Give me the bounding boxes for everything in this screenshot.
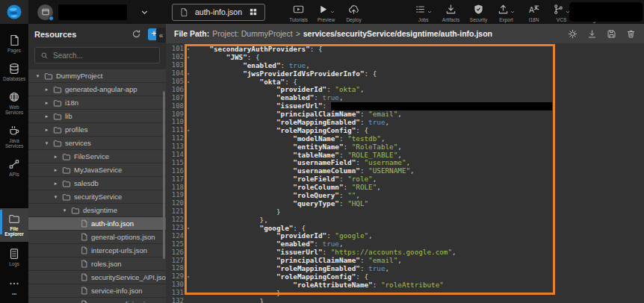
fold-toggle-icon[interactable]: ▾: [184, 274, 193, 279]
tree-expand-icon[interactable]: ▸: [43, 87, 50, 93]
chevron-down-icon: [510, 9, 515, 15]
code-line-123: 123▾ "google": {: [166, 224, 644, 232]
tree-expand-icon[interactable]: ▾: [43, 140, 50, 146]
grid-icon[interactable]: [249, 7, 258, 16]
download-button[interactable]: [587, 29, 597, 39]
tree-folder-lib[interactable]: ▸lib: [28, 110, 166, 123]
code-line-132: 132 }: [166, 297, 644, 303]
fold-toggle-icon[interactable]: ▾: [184, 46, 193, 51]
play-icon: [318, 4, 329, 15]
shield-icon: [473, 4, 484, 15]
line-number: 129: [166, 272, 184, 280]
fold-toggle-icon[interactable]: ▾: [184, 128, 193, 133]
search-input[interactable]: [53, 51, 154, 60]
main-area: PagesDatabasesWeb ServicesJava ServicesA…: [0, 24, 644, 303]
tree-expand-icon[interactable]: ▸: [43, 100, 50, 106]
tree-folder-designtime[interactable]: ▾designtime: [28, 204, 166, 217]
toolbar-button-tutorials[interactable]: Tutorials: [285, 1, 312, 22]
project-status-badge: [49, 16, 54, 21]
line-number: 101: [166, 45, 184, 52]
toolbar-button-security[interactable]: Security: [465, 1, 492, 22]
fold-toggle-icon[interactable]: ▾: [184, 79, 193, 84]
toolbar-icon-row: [553, 4, 571, 15]
sidebar-item-java-services[interactable]: Java Services: [0, 120, 28, 154]
tree-folder-icon: [44, 72, 53, 81]
tree-file-general-options.json[interactable]: general-options.json: [28, 231, 166, 244]
code-text: "enabled": true,: [193, 61, 310, 69]
code-line-108: 108 "issuerUrl":: [166, 101, 644, 110]
tree-folder-MyJavaService[interactable]: ▸MyJavaService: [28, 163, 166, 177]
code-text: "google": {: [193, 224, 306, 232]
tree-expand-icon[interactable]: ▾: [34, 73, 41, 79]
line-number: 120: [166, 199, 184, 207]
tree-expand-icon[interactable]: ▸: [52, 154, 59, 160]
sidebar-item-file-explorer[interactable]: File Explorer: [0, 208, 28, 242]
sidebar-item-more[interactable]: •••: [0, 273, 28, 302]
tree-expand-icon[interactable]: ▸: [52, 181, 59, 187]
sidebar-item-apis[interactable]: APIs: [0, 154, 28, 182]
code-text: "roleMappingConfig": {: [193, 126, 368, 134]
code-editor[interactable]: 101▾ "secondaryAuthProviders": {102▾ "JW…: [166, 43, 644, 303]
refresh-icon[interactable]: [131, 29, 141, 39]
tree-folder-salesdb[interactable]: ▸salesdb: [28, 177, 166, 190]
tree-expand-icon[interactable]: ▸: [43, 127, 50, 133]
sidebar-item-databases[interactable]: Databases: [0, 58, 28, 87]
line-number: 118: [166, 184, 184, 191]
tree-folder-FileService[interactable]: ▸FileService: [28, 150, 166, 163]
wavemaker-logo[interactable]: [0, 0, 28, 24]
tree-file-securityService_API.json[interactable]: securityService_API.json: [28, 271, 166, 284]
tree-file-intercept-urls.json[interactable]: intercept-urls.json: [28, 244, 166, 257]
collapse-panel-icon[interactable]: «: [156, 28, 166, 43]
tree-item-label: auth-info.json: [91, 219, 134, 228]
fold-toggle-icon[interactable]: ▾: [184, 54, 193, 60]
tree-folder-profiles[interactable]: ▸profiles: [28, 123, 166, 137]
tree-expand-icon[interactable]: ▸: [43, 113, 50, 119]
sidebar-item-pages[interactable]: Pages: [0, 30, 28, 58]
tree-folder-securityService[interactable]: ▾securityService: [28, 190, 166, 204]
code-text: "roleField": "role",: [193, 175, 377, 183]
tree-expand-icon[interactable]: ▸: [52, 167, 59, 173]
toolbar-button-deploy[interactable]: Deploy: [340, 1, 368, 22]
toolbar-button-label: I18N: [529, 17, 539, 22]
tree-folder-icon: [53, 125, 62, 134]
tree-folder-DummyProject[interactable]: ▾DummyProject: [28, 69, 166, 83]
tree-item-label: services: [65, 139, 91, 147]
sidebar-item-web-services[interactable]: Web Services: [0, 87, 28, 120]
chevron-down-icon[interactable]: [140, 7, 149, 17]
tree-folder-generated-angular-app[interactable]: ▸generated-angular-app: [28, 83, 166, 96]
tree-file-roles.json[interactable]: roles.json: [28, 257, 166, 271]
open-file-tab[interactable]: auth-info.json: [172, 4, 265, 21]
fold-toggle-icon[interactable]: ▾: [184, 225, 193, 231]
tree-folder-i18n[interactable]: ▸i18n: [28, 96, 166, 110]
tree-expand-icon[interactable]: ▾: [52, 194, 59, 200]
tree-folder-icon: [53, 99, 62, 107]
toolbar-button-export[interactable]: Export: [492, 1, 520, 22]
toolbar: TutorialsPreviewDeployJobsArtifactsSecur…: [285, 1, 603, 22]
tree-expand-icon[interactable]: ▾: [61, 207, 68, 213]
project-switcher[interactable]: [37, 4, 149, 20]
toolbar-button-i18n[interactable]: AI18N: [520, 1, 548, 22]
delete-button[interactable]: [626, 29, 636, 39]
tree-folder-icon: [53, 112, 62, 121]
line-number: 105: [166, 78, 184, 85]
toolbar-button-artifacts[interactable]: Artifacts: [437, 1, 465, 22]
fold-toggle-icon[interactable]: ▾: [184, 71, 193, 76]
line-number: 115: [166, 159, 184, 166]
sidebar-item-logs[interactable]: Logs: [0, 243, 28, 272]
code-text: "enabled": true,: [193, 93, 344, 101]
tree-file-auth-info.json[interactable]: auth-info.json: [28, 217, 166, 231]
cloud-upload-icon: [348, 4, 359, 15]
save-button[interactable]: [607, 29, 616, 39]
settings-button[interactable]: [568, 29, 578, 39]
tree-item-label: lib: [65, 112, 72, 120]
line-number: 108: [166, 102, 184, 110]
tree-folder-services[interactable]: ▾services: [28, 137, 166, 150]
toolbar-button-jobs[interactable]: Jobs: [409, 1, 437, 22]
tree-file-service-info.json[interactable]: service-info.json: [28, 284, 166, 298]
code-line-121: 121 }: [166, 207, 644, 216]
tree-file-wm-xss-policies.json[interactable]: wm-xss-policies.json: [28, 298, 166, 303]
toolbar-button-preview[interactable]: Preview: [312, 1, 340, 22]
tree-item-label: i18n: [65, 99, 78, 107]
panel-scrollbar[interactable]: [163, 91, 165, 259]
file-path-project: Project: DummyProject: [212, 29, 292, 38]
